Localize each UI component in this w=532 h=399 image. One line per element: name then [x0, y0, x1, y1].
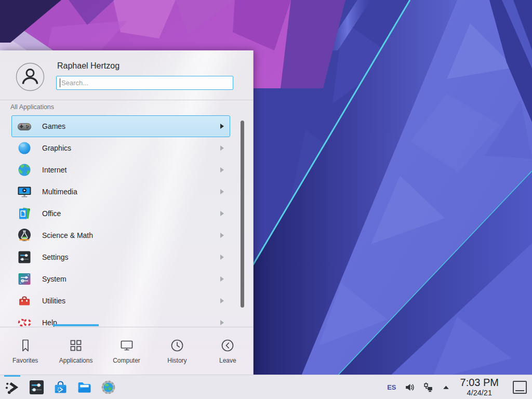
menu-item-graphics[interactable]: Graphics — [11, 137, 230, 159]
menu-item-label: Utilities — [42, 297, 65, 305]
volume-icon — [404, 382, 415, 393]
submenu-arrow-icon — [220, 145, 224, 151]
user-name: Raphael Hertzog — [57, 61, 119, 71]
taskbar-software-center[interactable] — [52, 379, 69, 396]
desktop: Raphael Hertzog All Applications GamesGr… — [0, 0, 532, 399]
clock-date: 4/24/21 — [460, 389, 499, 397]
menu-item-system[interactable]: System — [11, 268, 230, 290]
taskbar-application-launcher[interactable] — [4, 379, 21, 396]
tab-applications[interactable]: Applications — [50, 327, 101, 375]
menu-item-label: Settings — [42, 253, 69, 261]
system-icon — [17, 272, 32, 286]
keyboard-layout-indicator[interactable]: ES — [387, 383, 396, 391]
tab-label: Applications — [59, 357, 93, 364]
menu-item-office[interactable]: Office — [11, 203, 230, 224]
show-desktop-icon — [515, 390, 524, 391]
submenu-arrow-icon — [220, 298, 224, 303]
submenu-arrow-icon — [220, 211, 224, 216]
menu-item-science-math[interactable]: Science & Math — [11, 224, 230, 246]
menu-item-multimedia[interactable]: Multimedia — [11, 181, 230, 203]
search-input[interactable] — [56, 76, 233, 90]
tab-history[interactable]: History — [152, 327, 202, 375]
settings-icon — [17, 250, 32, 264]
systemsettings-icon — [28, 379, 45, 396]
favorites-icon — [18, 338, 33, 353]
tab-label: Leave — [219, 357, 236, 364]
internet-icon — [17, 163, 32, 177]
menu-item-label: Games — [42, 122, 65, 130]
menu-item-games[interactable]: Games — [11, 115, 230, 137]
webbrowser-icon — [100, 379, 117, 396]
graphics-icon — [17, 141, 32, 155]
user-avatar[interactable] — [16, 62, 45, 91]
menu-item-label: Internet — [42, 166, 66, 174]
science-icon — [17, 228, 32, 243]
menu-item-label: Multimedia — [42, 188, 77, 196]
history-icon — [169, 338, 185, 353]
applications-icon — [68, 338, 84, 353]
header-separator — [0, 100, 253, 100]
active-tab-indicator — [53, 324, 99, 326]
show-desktop-button[interactable] — [513, 381, 527, 394]
digital-clock[interactable]: 7:03 PM 4/24/21 — [460, 377, 499, 397]
taskbar-pinned-apps — [4, 379, 117, 396]
office-icon — [17, 206, 32, 221]
menu-item-label: Graphics — [42, 144, 71, 152]
submenu-arrow-icon — [220, 276, 224, 282]
games-icon — [17, 119, 32, 134]
network-wired-icon — [423, 382, 434, 393]
category-list: GamesGraphicsInternetMultimediaOfficeSci… — [0, 115, 253, 327]
dolphin-icon — [76, 379, 93, 396]
tray-volume[interactable] — [404, 382, 415, 393]
taskbar-file-manager[interactable] — [76, 379, 93, 396]
menu-item-utilities[interactable]: Utilities — [11, 290, 230, 312]
tab-leave[interactable]: Leave — [203, 327, 253, 375]
submenu-arrow-icon — [220, 255, 224, 260]
menu-item-label: Office — [42, 209, 61, 218]
leave-icon — [220, 338, 235, 353]
tab-computer[interactable]: Computer — [101, 327, 152, 375]
taskbar-system-settings[interactable] — [28, 379, 45, 396]
menu-item-label: System — [42, 275, 66, 283]
submenu-arrow-icon — [220, 189, 224, 194]
kicker-icon — [4, 379, 21, 396]
submenu-arrow-icon — [220, 167, 224, 172]
tray-network[interactable] — [423, 382, 434, 393]
computer-icon — [119, 338, 135, 353]
multimedia-icon — [17, 184, 32, 199]
discover-icon — [52, 379, 69, 396]
taskbar-web-browser[interactable] — [100, 379, 117, 396]
submenu-arrow-icon — [220, 124, 224, 129]
system-tray: ES 7:03 PM 4/24/21 — [387, 377, 528, 397]
tray-expander[interactable] — [442, 383, 450, 392]
taskbar: ES 7:03 PM 4/24/21 — [0, 375, 532, 399]
tab-favorites[interactable]: Favorites — [0, 327, 50, 375]
active-task-indicator — [4, 375, 20, 377]
scrollbar-thumb[interactable] — [241, 121, 244, 308]
application-launcher-panel: Raphael Hertzog All Applications GamesGr… — [0, 50, 254, 375]
kickoff-tabbar: FavoritesApplicationsComputerHistoryLeav… — [0, 327, 253, 375]
menu-item-settings[interactable]: Settings — [11, 246, 230, 268]
menu-item-label: Science & Math — [42, 231, 93, 240]
caret-up-icon — [442, 383, 450, 392]
tab-label: Favorites — [12, 357, 38, 364]
menu-item-internet[interactable]: Internet — [11, 159, 230, 181]
help-icon — [17, 315, 32, 327]
tab-label: Computer — [113, 357, 140, 364]
tab-label: History — [167, 357, 187, 364]
text-cursor — [60, 78, 60, 87]
submenu-arrow-icon — [220, 233, 224, 238]
utilities-icon — [17, 294, 32, 308]
section-label: All Applications — [10, 103, 54, 111]
clock-time: 7:03 PM — [460, 377, 499, 388]
menu-item-help[interactable]: Help — [11, 312, 230, 327]
submenu-arrow-icon — [220, 320, 224, 325]
